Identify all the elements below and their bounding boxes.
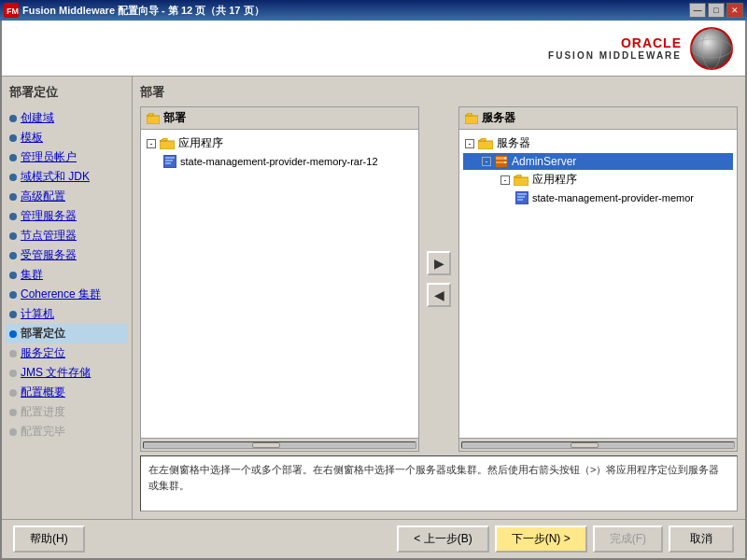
sidebar-item-coherence[interactable]: Coherence 集群	[6, 285, 128, 304]
header: ORACLE FUSION MIDDLEWARE	[2, 21, 745, 77]
sidebar-dot	[9, 291, 17, 299]
sidebar-item-config-complete: 配置完毕	[6, 422, 128, 441]
section-title: 部署	[140, 84, 738, 101]
arrow-left-button[interactable]: ◀	[427, 283, 451, 307]
bottom-right: < 上一步(B) 下一步(N) > 完成(F) 取消	[397, 525, 734, 553]
sidebar-dot	[9, 330, 17, 338]
expand-icon-admin[interactable]: -	[482, 157, 491, 166]
sidebar-dot	[9, 272, 17, 279]
content-area: 部署定位 创建域 模板 管理员帐户 域模式和 JDK 高级配置	[2, 77, 745, 519]
svg-rect-11	[465, 116, 478, 124]
svg-point-2	[691, 28, 732, 69]
sidebar-dot	[9, 134, 17, 142]
right-scrollbar-thumb[interactable]	[571, 442, 599, 448]
prev-button[interactable]: < 上一步(B)	[397, 525, 488, 553]
right-panel-scrollbar[interactable]	[459, 438, 737, 451]
folder-app-icon	[514, 175, 529, 186]
left-panel: 部署 - 应用程序	[140, 106, 419, 452]
sidebar-item-jms-file-store[interactable]: JMS 文件存储	[6, 363, 128, 383]
panels-container: 部署 - 应用程序	[140, 106, 738, 452]
sidebar-item-service-targeting[interactable]: 服务定位	[6, 343, 128, 363]
tree-item-server-app[interactable]: state-management-provider-memor	[463, 189, 733, 206]
app-icon: FM	[4, 3, 19, 18]
close-button[interactable]: ✕	[726, 3, 743, 18]
left-panel-scrollbar[interactable]	[141, 438, 418, 451]
tree-item-server-folder[interactable]: - 服务器	[463, 133, 733, 153]
sidebar: 部署定位 创建域 模板 管理员帐户 域模式和 JDK 高级配置	[2, 77, 133, 519]
arrow-right-button[interactable]: ▶	[427, 251, 451, 275]
left-panel-body[interactable]: - 应用程序	[141, 130, 418, 438]
svg-point-16	[504, 158, 506, 160]
main-content: 部署 部署 -	[133, 77, 745, 519]
right-scrollbar-track[interactable]	[461, 441, 735, 449]
right-panel-body[interactable]: - 服务器 -	[459, 130, 737, 438]
sidebar-title: 部署定位	[6, 84, 128, 101]
sidebar-dot	[9, 115, 17, 122]
expand-icon[interactable]: -	[147, 139, 156, 148]
svg-rect-8	[165, 157, 175, 159]
scrollbar-track[interactable]	[143, 441, 416, 449]
svg-rect-10	[165, 162, 171, 164]
svg-text:FM: FM	[7, 7, 19, 16]
sidebar-item-deploy-targeting[interactable]: 部署定位	[6, 324, 128, 343]
svg-rect-18	[514, 177, 529, 186]
sidebar-dot	[9, 252, 17, 259]
sidebar-dot	[9, 350, 17, 357]
oracle-ball-icon	[689, 26, 734, 71]
arrow-buttons: ▶ ◀	[423, 106, 455, 452]
folder-server-icon	[478, 138, 493, 149]
sidebar-item-config-summary[interactable]: 配置概要	[6, 383, 128, 402]
expand-icon-server[interactable]: -	[465, 139, 474, 148]
title-buttons: — □ ✕	[689, 3, 743, 18]
sidebar-item-admin-account[interactable]: 管理员帐户	[6, 147, 128, 167]
folder-icon	[147, 113, 160, 124]
bottom-left: 帮助(H)	[13, 525, 85, 553]
maximize-button[interactable]: □	[708, 3, 725, 18]
svg-point-17	[504, 161, 506, 163]
left-panel-header: 部署	[141, 107, 418, 130]
sidebar-item-advanced[interactable]: 高级配置	[6, 187, 128, 206]
server-icon	[495, 155, 508, 168]
app-deploy-icon	[163, 155, 176, 168]
finish-button[interactable]: 完成(F)	[593, 525, 663, 553]
sidebar-item-create-domain[interactable]: 创建域	[6, 108, 128, 128]
oracle-logo: ORACLE FUSION MIDDLEWARE	[548, 26, 734, 71]
tree-item-app-folder-server[interactable]: - 应用程序	[463, 170, 733, 189]
tree-item-deploy-app[interactable]: state-management-provider-memory-rar-12	[145, 153, 415, 170]
tree-item-admin-server[interactable]: - AdminServer	[463, 153, 733, 170]
minimize-button[interactable]: —	[689, 3, 706, 18]
sidebar-dot	[9, 232, 17, 240]
cancel-button[interactable]: 取消	[669, 525, 734, 553]
sidebar-dot	[9, 409, 17, 416]
sidebar-dot	[9, 370, 17, 377]
svg-rect-22	[517, 199, 523, 201]
folder-open-icon	[160, 138, 175, 149]
title-bar: FM Fusion Middleware 配置向导 - 第 12 页（共 17 …	[0, 0, 747, 21]
sidebar-item-clusters[interactable]: 集群	[6, 265, 128, 285]
right-panel-header: 服务器	[459, 107, 737, 130]
right-panel: 服务器 - 服务器	[458, 106, 738, 452]
svg-rect-9	[165, 160, 173, 161]
svg-rect-12	[478, 141, 493, 149]
svg-rect-21	[517, 196, 525, 198]
help-button[interactable]: 帮助(H)	[13, 525, 85, 553]
tree-item-deploy-folder[interactable]: - 应用程序	[145, 133, 415, 153]
next-button[interactable]: 下一步(N) >	[495, 525, 587, 553]
svg-rect-20	[517, 193, 527, 195]
scrollbar-thumb[interactable]	[252, 442, 280, 448]
sidebar-item-managed-servers[interactable]: 受管服务器	[6, 245, 128, 265]
sidebar-item-manage-servers[interactable]: 管理服务器	[6, 206, 128, 226]
svg-rect-5	[147, 116, 160, 124]
expand-icon-app[interactable]: -	[500, 175, 510, 185]
sidebar-item-template[interactable]: 模板	[6, 128, 128, 147]
sidebar-dot	[9, 154, 17, 161]
sidebar-item-domain-jdk[interactable]: 域模式和 JDK	[6, 167, 128, 187]
description-area: 在左侧窗格中选择一个或多个部署。在右侧窗格中选择一个服务器或集群。然后使用右箭头…	[140, 455, 738, 511]
sidebar-item-machines[interactable]: 计算机	[6, 304, 128, 324]
sidebar-item-node-manager[interactable]: 节点管理器	[6, 226, 128, 245]
oracle-text: ORACLE	[621, 35, 682, 50]
main-window: ORACLE FUSION MIDDLEWARE	[0, 21, 747, 560]
window-title: Fusion Middleware 配置向导 - 第 12 页（共 17 页）	[22, 4, 264, 18]
sidebar-item-config-progress: 配置进度	[6, 402, 128, 422]
sidebar-dot	[9, 193, 17, 201]
